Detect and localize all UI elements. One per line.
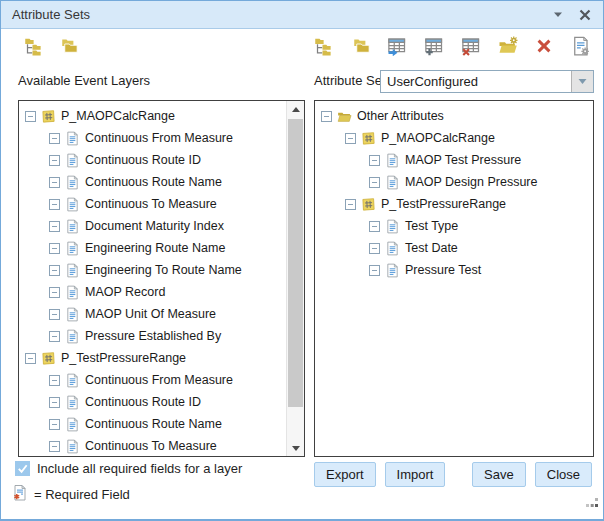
scroll-down-icon[interactable] bbox=[287, 440, 304, 456]
tree-item-label: Continuous To Measure bbox=[85, 197, 217, 211]
attribute-set-dropdown[interactable]: UserConfigured bbox=[380, 70, 594, 93]
configure-report-icon[interactable] bbox=[570, 34, 592, 58]
collapse-toggle-icon[interactable] bbox=[369, 155, 380, 166]
tree-item-label: P_MAOPCalcRange bbox=[61, 109, 175, 123]
field-doc-icon bbox=[65, 373, 80, 388]
collapse-toggle-icon[interactable] bbox=[49, 309, 60, 320]
toolbar-right bbox=[313, 34, 592, 58]
delete-icon[interactable] bbox=[533, 34, 555, 58]
tree-item-label: Continuous Route Name bbox=[85, 175, 222, 189]
tree-item[interactable]: Continuous From Measure bbox=[19, 369, 287, 391]
collapse-toggle-icon[interactable] bbox=[321, 111, 332, 122]
tree-item-label: Pressure Established By bbox=[85, 329, 221, 343]
close-button[interactable]: Close bbox=[535, 462, 592, 487]
tree-item[interactable]: Continuous Route ID bbox=[19, 391, 287, 413]
collapse-toggle-icon[interactable] bbox=[369, 177, 380, 188]
export-button[interactable]: Export bbox=[314, 462, 376, 487]
collapse-toggle-icon[interactable] bbox=[49, 265, 60, 276]
tree-item[interactable]: Test Type bbox=[315, 215, 593, 237]
collapse-toggle-icon[interactable] bbox=[49, 155, 60, 166]
dock-menu-arrow-icon[interactable] bbox=[550, 7, 566, 23]
collapse-toggle-icon[interactable] bbox=[369, 221, 380, 232]
tree-item-label: P_TestPressureRange bbox=[61, 351, 186, 365]
tree-item[interactable]: Other Attributes bbox=[315, 105, 593, 127]
collapse-toggle-icon[interactable] bbox=[49, 133, 60, 144]
tree-item-label: MAOP Test Pressure bbox=[405, 153, 521, 167]
include-required-fields-checkbox[interactable] bbox=[15, 461, 30, 476]
tree-item[interactable]: Continuous Route Name bbox=[19, 171, 287, 193]
tree-item[interactable]: MAOP Test Pressure bbox=[315, 149, 593, 171]
collapse-toggle-icon[interactable] bbox=[345, 133, 356, 144]
close-icon[interactable] bbox=[577, 7, 593, 23]
tree-item[interactable]: Document Maturity Index bbox=[19, 215, 287, 237]
collapse-toggle-icon[interactable] bbox=[49, 221, 60, 232]
collapse-attribute-folders-icon[interactable] bbox=[350, 34, 372, 58]
export-import-buttons: ExportImport bbox=[314, 462, 445, 487]
collapse-toggle-icon[interactable] bbox=[49, 441, 60, 452]
tree-item[interactable]: P_TestPressureRange bbox=[19, 347, 287, 369]
scroll-up-icon[interactable] bbox=[287, 101, 304, 117]
open-folder-icon bbox=[337, 109, 352, 124]
table-remove-icon[interactable] bbox=[460, 34, 482, 58]
tree-item[interactable]: Continuous Route ID bbox=[19, 149, 287, 171]
save-button[interactable]: Save bbox=[472, 462, 526, 487]
scrollbar-thumb[interactable] bbox=[288, 119, 303, 407]
collapse-layer-folders-icon[interactable] bbox=[58, 34, 80, 58]
collapse-toggle-icon[interactable] bbox=[49, 419, 60, 430]
tree-item[interactable]: Pressure Test bbox=[315, 259, 593, 281]
dropdown-arrow-icon[interactable] bbox=[571, 71, 593, 92]
resize-grip-icon[interactable] bbox=[586, 494, 599, 512]
table-add-icon[interactable] bbox=[423, 34, 445, 58]
expand-attribute-tree-icon[interactable] bbox=[313, 34, 335, 58]
event-layer-icon bbox=[41, 109, 56, 124]
tree-item[interactable]: Continuous To Measure bbox=[19, 435, 287, 456]
collapse-toggle-icon[interactable] bbox=[49, 199, 60, 210]
collapse-toggle-icon[interactable] bbox=[25, 111, 36, 122]
available-event-layers-tree: P_MAOPCalcRangeContinuous From MeasureCo… bbox=[19, 101, 287, 456]
collapse-toggle-icon[interactable] bbox=[49, 375, 60, 386]
tree-item[interactable]: MAOP Design Pressure bbox=[315, 171, 593, 193]
collapse-toggle-icon[interactable] bbox=[49, 397, 60, 408]
collapse-toggle-icon[interactable] bbox=[369, 243, 380, 254]
import-button[interactable]: Import bbox=[385, 462, 446, 487]
tree-item-label: MAOP Unit Of Measure bbox=[85, 307, 216, 321]
field-doc-icon bbox=[65, 219, 80, 234]
collapse-toggle-icon[interactable] bbox=[49, 287, 60, 298]
new-attribute-set-folder-icon[interactable] bbox=[497, 34, 519, 58]
vertical-scrollbar[interactable] bbox=[286, 101, 304, 456]
field-doc-icon bbox=[65, 395, 80, 410]
table-transfer-icon[interactable] bbox=[386, 34, 408, 58]
collapse-toggle-icon[interactable] bbox=[345, 199, 356, 210]
collapse-toggle-icon[interactable] bbox=[25, 353, 36, 364]
tree-item[interactable]: Continuous To Measure bbox=[19, 193, 287, 215]
tree-item[interactable]: Continuous From Measure bbox=[19, 127, 287, 149]
tree-item[interactable]: P_MAOPCalcRange bbox=[315, 127, 593, 149]
collapse-toggle-icon[interactable] bbox=[49, 243, 60, 254]
available-event-layers-label: Available Event Layers bbox=[18, 73, 150, 88]
tree-item[interactable]: Continuous Route Name bbox=[19, 413, 287, 435]
tree-item[interactable]: Test Date bbox=[315, 237, 593, 259]
collapse-toggle-icon[interactable] bbox=[49, 177, 60, 188]
event-layer-icon bbox=[361, 131, 376, 146]
collapse-toggle-icon[interactable] bbox=[369, 265, 380, 276]
tree-item-label: MAOP Design Pressure bbox=[405, 175, 537, 189]
tree-item-label: MAOP Record bbox=[85, 285, 165, 299]
collapse-toggle-icon[interactable] bbox=[49, 331, 60, 342]
tree-item-label: Document Maturity Index bbox=[85, 219, 224, 233]
tree-item[interactable]: Engineering To Route Name bbox=[19, 259, 287, 281]
event-layer-icon bbox=[361, 197, 376, 212]
tree-item[interactable]: Pressure Established By bbox=[19, 325, 287, 347]
expand-layer-tree-icon[interactable] bbox=[23, 34, 45, 58]
tree-item[interactable]: Engineering Route Name bbox=[19, 237, 287, 259]
tree-item[interactable]: MAOP Unit Of Measure bbox=[19, 303, 287, 325]
tree-item-label: Continuous Route Name bbox=[85, 417, 222, 431]
field-doc-icon bbox=[385, 153, 400, 168]
tree-item[interactable]: MAOP Record bbox=[19, 281, 287, 303]
titlebar[interactable]: Attribute Sets bbox=[1, 1, 603, 29]
tree-item-label: Engineering Route Name bbox=[85, 241, 225, 255]
available-event-layers-panel: P_MAOPCalcRangeContinuous From MeasureCo… bbox=[18, 100, 305, 457]
tree-item[interactable]: P_MAOPCalcRange bbox=[19, 105, 287, 127]
attribute-sets-dialog: Attribute Sets Available Event Layers At… bbox=[0, 0, 604, 521]
tree-item-label: P_MAOPCalcRange bbox=[381, 131, 495, 145]
tree-item[interactable]: P_TestPressureRange bbox=[315, 193, 593, 215]
